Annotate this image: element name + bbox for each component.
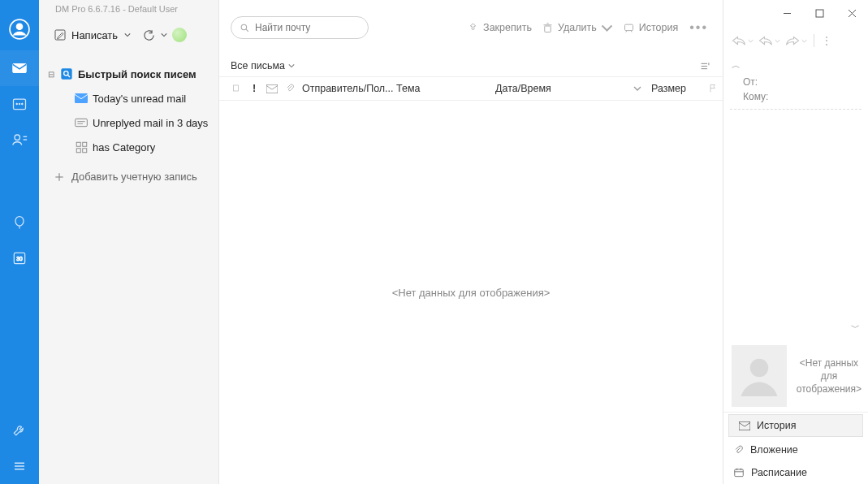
- tree-root-quick-search[interactable]: ⊟ Быстрый поиск писем: [39, 62, 218, 86]
- list-settings-icon[interactable]: [699, 60, 711, 72]
- pin-label: Закрепить: [483, 22, 532, 33]
- tree-item-category[interactable]: has Category: [39, 135, 218, 159]
- delete-label: Удалить: [558, 22, 597, 33]
- tree-item-unreplied[interactable]: Unreplyed mail in 3 days: [39, 110, 218, 135]
- add-account-button[interactable]: Добавить учетную запись: [39, 159, 218, 183]
- tab-history[interactable]: История: [728, 414, 863, 437]
- trash-icon: [542, 22, 554, 34]
- mail-icon: [739, 421, 750, 430]
- nav-notes[interactable]: 30: [0, 240, 39, 276]
- plus-icon: [54, 171, 65, 183]
- compose-icon: [54, 28, 67, 41]
- expand-contact[interactable]: ﹀: [723, 318, 868, 337]
- svg-rect-25: [76, 142, 80, 146]
- refresh-button[interactable]: [142, 28, 156, 42]
- balloon-icon: [11, 214, 28, 231]
- svg-rect-18: [61, 68, 71, 79]
- svg-rect-41: [234, 85, 239, 91]
- maximize-button[interactable]: [803, 2, 836, 24]
- tree-root-label: Быстрый поиск писем: [78, 68, 196, 80]
- avatar: [732, 345, 787, 407]
- reply-nav: ⋮: [723, 26, 868, 55]
- mail-icon: [11, 59, 28, 77]
- svg-point-6: [22, 103, 24, 105]
- search-icon: [60, 67, 73, 80]
- tab-schedule[interactable]: Расписание: [723, 461, 868, 484]
- compose-dropdown[interactable]: [124, 32, 131, 38]
- nav-calendar[interactable]: [0, 86, 39, 122]
- category-icon: [75, 140, 88, 153]
- nav-mail[interactable]: [0, 50, 39, 86]
- nav-chat[interactable]: [0, 205, 39, 240]
- svg-rect-36: [624, 24, 633, 31]
- compose-button[interactable]: Написать: [54, 28, 118, 41]
- sort-desc-icon: [633, 84, 641, 93]
- reply-all-button[interactable]: [757, 33, 782, 48]
- nav-settings[interactable]: [0, 413, 39, 448]
- tree-item-label: Today's unread mail: [93, 93, 186, 105]
- svg-rect-27: [76, 148, 80, 152]
- contact-tabs: История Вложение Расписание: [723, 412, 868, 484]
- col-sender[interactable]: Отправитель/Пол...: [299, 77, 393, 100]
- search-icon: [240, 23, 250, 33]
- svg-rect-42: [266, 84, 278, 93]
- search-input[interactable]: [255, 22, 352, 33]
- chevron-down-icon: [601, 22, 613, 34]
- reply-button[interactable]: [730, 33, 755, 48]
- svg-line-32: [246, 29, 248, 32]
- empty-message: <Нет данных для отображения>: [219, 101, 723, 484]
- col-flag2[interactable]: [703, 77, 723, 100]
- svg-point-31: [241, 24, 247, 30]
- svg-point-5: [19, 103, 20, 105]
- more-button[interactable]: •••: [686, 20, 711, 35]
- tab-attach-label: Вложение: [750, 444, 798, 456]
- preview-pane: ⋮ ︿ От: Кому: ﹀ <Нет данных для отображе…: [723, 0, 868, 484]
- col-date[interactable]: Дата/Время: [492, 77, 648, 100]
- collapse-icon[interactable]: ⊟: [47, 70, 55, 79]
- history-icon: [623, 22, 635, 34]
- app-title: DM Pro 6.6.7.16 - Default User: [39, 0, 218, 18]
- svg-rect-2: [13, 64, 27, 73]
- forward-button[interactable]: [784, 33, 809, 48]
- sidebar: DM Pro 6.6.7.16 - Default User Написать …: [39, 0, 219, 484]
- tree-item-label: Unreplyed mail in 3 days: [93, 117, 208, 129]
- pin-button[interactable]: Закрепить: [465, 19, 533, 37]
- collapse-header[interactable]: ︿: [723, 55, 868, 75]
- search-box[interactable]: [231, 16, 369, 39]
- svg-rect-22: [76, 119, 88, 126]
- add-account-label: Добавить учетную запись: [71, 171, 197, 183]
- col-subject[interactable]: Тема: [393, 77, 492, 100]
- svg-point-10: [15, 217, 24, 227]
- nav-menu[interactable]: [0, 448, 39, 484]
- history-label: История: [639, 22, 678, 33]
- svg-text:30: 30: [16, 256, 23, 261]
- minimize-button[interactable]: [771, 2, 803, 24]
- folder-tree: ⊟ Быстрый поиск писем Today's unread mai…: [39, 52, 218, 159]
- calendar-icon: [11, 96, 28, 112]
- filter-dropdown[interactable]: Все письма: [231, 60, 295, 71]
- tab-schedule-label: Расписание: [751, 467, 807, 478]
- col-size[interactable]: Размер: [648, 77, 703, 100]
- col-attach[interactable]: [281, 77, 299, 100]
- svg-point-47: [750, 359, 769, 378]
- tab-attachments[interactable]: Вложение: [723, 439, 868, 461]
- more-nav-button[interactable]: ⋮: [819, 32, 836, 49]
- to-label: Кому:: [723, 89, 868, 104]
- main-pane: Закрепить Удалить История ••• Все письма…: [219, 0, 723, 484]
- col-read[interactable]: [263, 77, 281, 100]
- schedule-icon: [733, 467, 745, 478]
- nav-contacts[interactable]: [0, 122, 39, 158]
- mail-blue-icon: [75, 92, 88, 105]
- col-flag[interactable]: [227, 77, 245, 100]
- unreply-icon: [75, 116, 88, 129]
- delete-button[interactable]: Удалить: [540, 19, 615, 37]
- tree-item-unread[interactable]: Today's unread mail: [39, 86, 218, 110]
- col-priority[interactable]: !: [245, 77, 263, 100]
- refresh-dropdown[interactable]: [161, 32, 167, 38]
- status-orb[interactable]: [172, 28, 187, 42]
- avatar-icon: [735, 352, 784, 400]
- history-button[interactable]: История: [621, 19, 680, 37]
- chevron-down-icon: [288, 63, 295, 69]
- close-button[interactable]: [836, 2, 868, 24]
- nav-profile[interactable]: [0, 8, 39, 50]
